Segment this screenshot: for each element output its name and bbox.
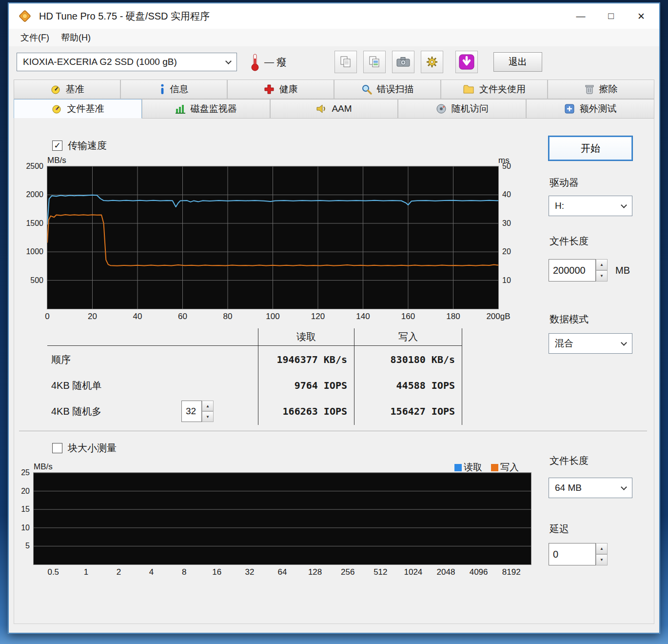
gear-icon bbox=[426, 56, 438, 68]
tab-folder-usage[interactable]: 文件夹使用 bbox=[441, 80, 548, 99]
random-multi-read-value: 166263 IOPS bbox=[258, 398, 354, 425]
data-mode-combobox[interactable]: 混合 bbox=[549, 333, 632, 354]
camera-icon bbox=[396, 56, 410, 68]
chart-plot-area bbox=[34, 473, 531, 564]
file-length-label: 文件长度 bbox=[550, 235, 589, 248]
start-button[interactable]: 开始 bbox=[549, 136, 632, 161]
trash-icon bbox=[585, 84, 594, 95]
tab-label: 错误扫描 bbox=[377, 83, 414, 96]
options-button[interactable] bbox=[421, 51, 443, 73]
results-table: 读取 写入 顺序 1946377 KB/s 830180 KB/s 4KB 随机… bbox=[47, 328, 462, 425]
tab-label: 额外测试 bbox=[580, 102, 617, 115]
tab-extra-tests[interactable]: 额外测试 bbox=[526, 99, 654, 119]
window-title: HD Tune Pro 5.75 - 硬盘/SSD 实用程序 bbox=[39, 10, 210, 23]
speaker-icon bbox=[316, 104, 327, 114]
drive-letter-value: H: bbox=[555, 201, 564, 211]
spinner-down-icon[interactable]: ▼ bbox=[596, 554, 608, 565]
file-length-input[interactable]: 200000 ▲▼ bbox=[549, 259, 608, 282]
menu-help[interactable]: 帮助(H) bbox=[55, 29, 97, 46]
spinner-down-icon[interactable]: ▼ bbox=[202, 411, 214, 422]
data-mode-label: 数据模式 bbox=[550, 313, 589, 326]
tab-label: 健康 bbox=[279, 83, 298, 96]
menubar: 文件(F) 帮助(H) bbox=[9, 29, 659, 46]
extra-tests-icon bbox=[564, 103, 575, 114]
tab-error-scan[interactable]: 错误扫描 bbox=[334, 80, 441, 99]
copy-image-button[interactable] bbox=[363, 51, 386, 73]
random-multi-write-value: 156427 IOPS bbox=[354, 398, 462, 425]
block-file-length-combobox[interactable]: 64 MB bbox=[549, 478, 632, 498]
y-axis-unit-left: MB/s bbox=[47, 156, 498, 166]
row-label-4kb-multi: 4KB 随机多 bbox=[47, 398, 181, 425]
drive-label: 驱动器 bbox=[550, 176, 579, 189]
tab-aam[interactable]: AAM bbox=[270, 99, 398, 119]
chevron-down-icon bbox=[621, 202, 627, 208]
block-file-length-value: 64 MB bbox=[555, 483, 582, 493]
app-window: HD Tune Pro 5.75 - 硬盘/SSD 实用程序 — □ ✕ 文件(… bbox=[8, 3, 660, 633]
folder-icon bbox=[463, 84, 474, 94]
chart-plot-area bbox=[47, 166, 498, 309]
tab-label: 基准 bbox=[66, 83, 84, 96]
tab-label: 磁盘监视器 bbox=[191, 102, 237, 115]
tab-label: 随机访问 bbox=[452, 102, 489, 115]
save-results-button[interactable] bbox=[455, 51, 478, 73]
close-button[interactable]: ✕ bbox=[626, 5, 656, 27]
queue-depth-spinner[interactable]: 32 ▲▼ bbox=[181, 401, 214, 422]
window-controls: — □ ✕ bbox=[566, 5, 656, 27]
x-axis-ticks: 0.512481632641282565121024204840968192 bbox=[34, 564, 531, 580]
transfer-speed-label: 传输速度 bbox=[68, 139, 107, 152]
block-size-checkbox[interactable] bbox=[52, 443, 62, 453]
drive-combobox[interactable]: KIOXIA-EXCERIA G2 SSD (1000 gB) bbox=[17, 53, 237, 71]
maximize-button[interactable]: □ bbox=[596, 5, 626, 27]
transfer-speed-checkbox-row: ✓ 传输速度 bbox=[52, 139, 107, 152]
sidebar-controls: 开始 驱动器 H: 文件长度 200000 ▲▼ MB 数据模式 混合 文件长度 bbox=[549, 119, 636, 624]
tab-label: 擦除 bbox=[599, 83, 618, 96]
spinner-down-icon[interactable]: ▼ bbox=[596, 270, 608, 282]
tab-label: 信息 bbox=[170, 83, 189, 96]
block-file-length-label: 文件长度 bbox=[550, 454, 589, 467]
y-axis-ticks-right: 5040302010 bbox=[498, 166, 521, 309]
y-axis-ticks-left: 252015105 bbox=[14, 473, 34, 564]
tab-file-benchmark[interactable]: 文件基准 bbox=[14, 99, 142, 119]
random-single-read-value: 9764 IOPS bbox=[258, 373, 354, 398]
tab-disk-monitor[interactable]: 磁盘监视器 bbox=[142, 99, 270, 119]
toolbar: KIOXIA-EXCERIA G2 SSD (1000 gB) — 癈 退出 bbox=[9, 46, 659, 78]
tab-random-access[interactable]: 随机访问 bbox=[398, 99, 526, 119]
screenshot-button[interactable] bbox=[392, 51, 414, 73]
delay-value: 0 bbox=[549, 543, 596, 565]
x-axis-ticks: 020406080100120140160180200gB bbox=[47, 309, 498, 324]
chevron-down-icon bbox=[621, 484, 627, 490]
health-cross-icon bbox=[264, 84, 275, 95]
spinner-up-icon[interactable]: ▲ bbox=[202, 401, 214, 411]
tab-label: 文件基准 bbox=[67, 102, 104, 115]
tab-health[interactable]: 健康 bbox=[227, 80, 334, 99]
transfer-speed-chart: MB/s ms 2500200015001000500 5040302010 0… bbox=[21, 154, 521, 324]
menu-file[interactable]: 文件(F) bbox=[15, 29, 55, 46]
write-column-header: 写入 bbox=[354, 328, 462, 346]
minimize-button[interactable]: — bbox=[566, 5, 596, 27]
temperature-value: — 癈 bbox=[264, 56, 300, 69]
tab-info[interactable]: 信息 bbox=[120, 80, 227, 99]
copy-text-button[interactable] bbox=[334, 51, 357, 73]
delay-input[interactable]: 0 ▲▼ bbox=[549, 543, 608, 565]
gauge-icon bbox=[50, 84, 61, 95]
spinner-up-icon[interactable]: ▲ bbox=[596, 543, 608, 554]
toolbar-buttons bbox=[334, 51, 478, 73]
drive-letter-combobox[interactable]: H: bbox=[549, 196, 632, 216]
transfer-speed-checkbox[interactable]: ✓ bbox=[52, 141, 62, 151]
download-arrow-icon bbox=[458, 54, 475, 70]
tab-erase[interactable]: 擦除 bbox=[548, 80, 654, 99]
tab-label: AAM bbox=[332, 103, 352, 114]
sequential-write-value: 830180 KB/s bbox=[354, 346, 462, 373]
tab-benchmark[interactable]: 基准 bbox=[14, 80, 120, 99]
data-mode-value: 混合 bbox=[555, 337, 573, 350]
block-size-checkbox-row: 块大小测量 bbox=[52, 442, 117, 455]
spinner-up-icon[interactable]: ▲ bbox=[596, 259, 608, 270]
row-label-4kb-single: 4KB 随机单 bbox=[47, 373, 181, 398]
drive-combobox-value: KIOXIA-EXCERIA G2 SSD (1000 gB) bbox=[23, 57, 177, 67]
magnifier-icon bbox=[361, 84, 372, 95]
copy-image-icon bbox=[368, 56, 381, 68]
bar-chart-icon bbox=[175, 104, 186, 114]
exit-button[interactable]: 退出 bbox=[493, 52, 542, 72]
disk-platter-icon bbox=[436, 103, 447, 114]
chevron-down-icon bbox=[225, 58, 232, 64]
